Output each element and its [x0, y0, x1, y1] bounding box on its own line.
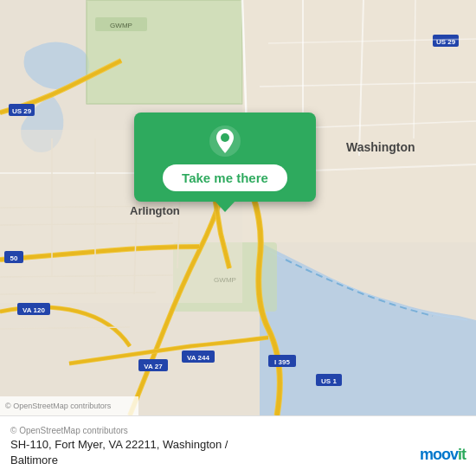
svg-text:GWMP: GWMP — [110, 22, 132, 29]
svg-text:VA 27: VA 27 — [144, 363, 163, 370]
svg-text:© OpenStreetMap contributors: © OpenStreetMap contributors — [5, 402, 112, 410]
svg-text:Arlington: Arlington — [130, 204, 180, 217]
location-pin-icon — [209, 125, 241, 158]
svg-text:US 1: US 1 — [321, 377, 337, 385]
footer-bar: © OpenStreetMap contributors SH-110, For… — [0, 415, 476, 476]
map-popup: Take me there — [134, 113, 316, 202]
svg-text:50: 50 — [10, 254, 18, 262]
map-svg: GWMP GWMP I 395 US 29 US 29 VA 27 VA 2 — [0, 0, 476, 415]
svg-point-30 — [221, 133, 229, 142]
osm-attribution: © OpenStreetMap contributors — [10, 426, 466, 435]
svg-rect-1 — [87, 0, 242, 104]
svg-text:Washington: Washington — [346, 140, 415, 154]
take-me-there-button[interactable]: Take me there — [163, 164, 287, 191]
svg-text:US 29: US 29 — [12, 107, 32, 115]
moovit-logo: moovit — [420, 446, 466, 464]
address-text: SH-110, Fort Myer, VA 22211, Washington … — [10, 437, 466, 468]
svg-text:I 395: I 395 — [274, 358, 290, 366]
svg-text:VA 244: VA 244 — [187, 354, 209, 362]
svg-text:VA 120: VA 120 — [23, 306, 45, 314]
map-container: GWMP GWMP I 395 US 29 US 29 VA 27 VA 2 — [0, 0, 476, 415]
